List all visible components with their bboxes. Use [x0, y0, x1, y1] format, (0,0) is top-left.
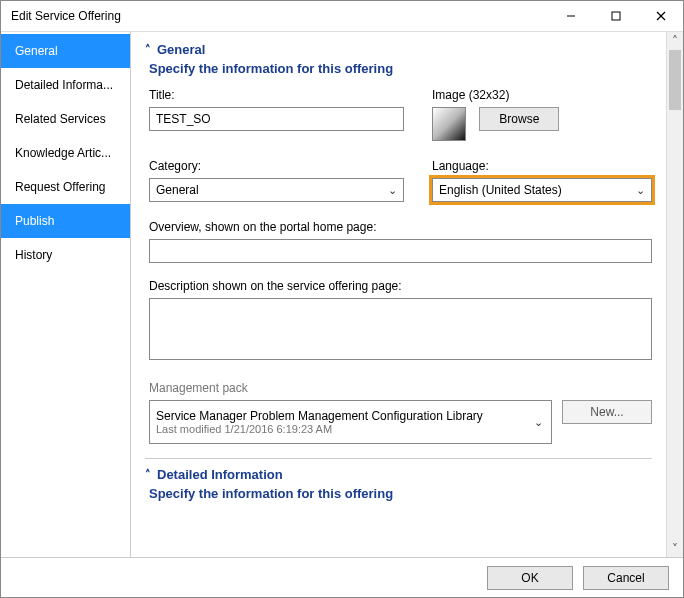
- overview-label: Overview, shown on the portal home page:: [149, 220, 652, 234]
- category-label: Category:: [149, 159, 404, 173]
- body: General Detailed Informa... Related Serv…: [1, 32, 683, 557]
- window: Edit Service Offering General Detailed I…: [0, 0, 684, 598]
- management-pack-modified: Last modified 1/21/2016 6:19:23 AM: [156, 423, 545, 435]
- sidebar-item-label: Publish: [15, 214, 54, 228]
- language-label: Language:: [432, 159, 652, 173]
- divider: [145, 458, 652, 459]
- close-button[interactable]: [638, 1, 683, 31]
- description-input[interactable]: [149, 298, 652, 360]
- cancel-button-label: Cancel: [607, 571, 644, 585]
- new-button-label: New...: [590, 405, 623, 419]
- section-header-general[interactable]: ˄ General: [145, 42, 652, 57]
- chevron-down-icon: ⌄: [534, 416, 543, 429]
- sidebar-item-related-services[interactable]: Related Services: [1, 102, 130, 136]
- sidebar-item-knowledge-articles[interactable]: Knowledge Artic...: [1, 136, 130, 170]
- scroll-up-icon[interactable]: ˄: [667, 32, 683, 49]
- browse-button[interactable]: Browse: [479, 107, 559, 131]
- sidebar-item-general[interactable]: General: [1, 34, 130, 68]
- sidebar-item-detailed-information[interactable]: Detailed Informa...: [1, 68, 130, 102]
- overview-input[interactable]: [149, 239, 652, 263]
- minimize-button[interactable]: [548, 1, 593, 31]
- title-label: Title:: [149, 88, 404, 102]
- section-heading: General: [157, 42, 205, 57]
- ok-button-label: OK: [521, 571, 538, 585]
- management-pack-value: Service Manager Problem Management Confi…: [156, 409, 545, 423]
- category-value: General: [156, 183, 199, 197]
- chevron-up-icon: ˄: [145, 43, 151, 56]
- sidebar-item-label: General: [15, 44, 58, 58]
- sidebar-item-label: Related Services: [15, 112, 106, 126]
- window-buttons: [548, 1, 683, 31]
- section-subheading: Specify the information for this offerin…: [149, 61, 652, 76]
- cancel-button[interactable]: Cancel: [583, 566, 669, 590]
- sidebar-item-label: Request Offering: [15, 180, 106, 194]
- scroll-down-icon[interactable]: ˅: [667, 540, 683, 557]
- main: ˄ General Specify the information for th…: [131, 32, 683, 557]
- sidebar-item-history[interactable]: History: [1, 238, 130, 272]
- title-input[interactable]: [149, 107, 404, 131]
- sidebar-item-label: Detailed Informa...: [15, 78, 113, 92]
- section-subheading: Specify the information for this offerin…: [149, 486, 652, 501]
- chevron-down-icon: ⌄: [636, 184, 645, 197]
- titlebar: Edit Service Offering: [1, 1, 683, 32]
- sidebar-item-label: Knowledge Artic...: [15, 146, 111, 160]
- scroll-thumb[interactable]: [669, 50, 681, 110]
- maximize-button[interactable]: [593, 1, 638, 31]
- content: ˄ General Specify the information for th…: [131, 32, 666, 557]
- section-header-detailed[interactable]: ˄ Detailed Information: [145, 467, 652, 482]
- management-pack-label: Management pack: [149, 381, 652, 395]
- sidebar-item-label: History: [15, 248, 52, 262]
- description-label: Description shown on the service offerin…: [149, 279, 652, 293]
- svg-rect-1: [612, 12, 620, 20]
- section-heading: Detailed Information: [157, 467, 283, 482]
- sidebar-item-publish[interactable]: Publish: [1, 204, 130, 238]
- sidebar-item-request-offering[interactable]: Request Offering: [1, 170, 130, 204]
- new-button[interactable]: New...: [562, 400, 652, 424]
- language-select[interactable]: English (United States) ⌄: [432, 178, 652, 202]
- chevron-up-icon: ˄: [145, 468, 151, 481]
- image-preview: [432, 107, 466, 141]
- footer: OK Cancel: [1, 557, 683, 597]
- category-select[interactable]: General ⌄: [149, 178, 404, 202]
- chevron-down-icon: ⌄: [388, 184, 397, 197]
- ok-button[interactable]: OK: [487, 566, 573, 590]
- window-title: Edit Service Offering: [11, 9, 548, 23]
- language-value: English (United States): [439, 183, 562, 197]
- scrollbar[interactable]: ˄ ˅: [666, 32, 683, 557]
- image-label: Image (32x32): [432, 88, 652, 102]
- browse-button-label: Browse: [499, 112, 539, 126]
- sidebar: General Detailed Informa... Related Serv…: [1, 32, 131, 557]
- management-pack-select[interactable]: Service Manager Problem Management Confi…: [149, 400, 552, 444]
